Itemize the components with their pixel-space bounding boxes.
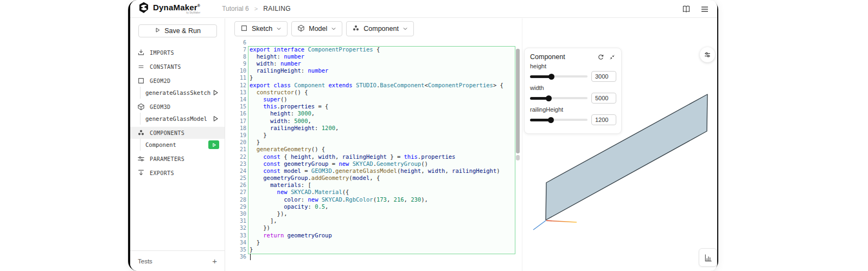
params-card-title: Component <box>530 53 597 61</box>
code-line-20[interactable]: } <box>250 139 515 146</box>
sidebar-item-generateglasssketch[interactable]: generateGlassSketch <box>130 87 225 99</box>
sidebar-item-generateglassmodel[interactable]: generateGlassModel <box>130 113 225 125</box>
editor-scrollbar-segment[interactable] <box>516 155 520 160</box>
sidebar-item-components[interactable]: COMPONENTS <box>130 127 225 139</box>
line-number: 33 <box>226 232 246 239</box>
line-number: 36 <box>226 253 246 260</box>
tests-label: Tests <box>138 258 212 264</box>
code-line-10[interactable]: railingHeight: number <box>250 67 515 74</box>
line-number: 19 <box>226 132 246 139</box>
code-line-24[interactable]: const model = GEOM3D.generateGlassModel(… <box>250 167 515 175</box>
code-line-13[interactable]: constructor() { <box>250 89 515 96</box>
slider-thumb[interactable] <box>546 95 552 101</box>
docs-icon[interactable] <box>681 4 691 14</box>
railingHeight-slider[interactable] <box>530 117 588 123</box>
width-slider[interactable] <box>530 95 588 101</box>
railingHeight-value-input[interactable] <box>591 114 616 125</box>
sidebar-item-geom3d[interactable]: GEOM3D <box>130 101 225 113</box>
components-icon <box>352 24 360 34</box>
code-line-23[interactable]: const geometryGroup = new SKYCAD.Geometr… <box>250 160 515 167</box>
code-line-11[interactable]: } <box>250 74 515 81</box>
line-number: 8 <box>226 53 246 60</box>
slider-thumb[interactable] <box>548 117 554 123</box>
toolbar-model-dropdown[interactable]: Model <box>291 21 342 36</box>
code-line-15[interactable]: this.properties = { <box>250 103 515 110</box>
menu-icon[interactable] <box>700 4 710 14</box>
topbar: DynaMaker® by SkyMaker Tutorial 6 > RAIL… <box>130 0 717 18</box>
toolbar-sketch-dropdown[interactable]: Sketch <box>234 21 288 36</box>
code-line-31[interactable]: ], <box>250 217 515 224</box>
height-value-input[interactable] <box>591 71 616 82</box>
brand-subtitle: by SkyMaker <box>153 12 200 15</box>
line-number: 22 <box>226 153 246 160</box>
slider-thumb[interactable] <box>548 74 554 80</box>
line-number: 23 <box>226 160 246 167</box>
chevron-down-icon <box>403 26 408 31</box>
code-line-33[interactable]: return geometryGroup <box>250 232 515 239</box>
sidebar-item-constants[interactable]: CONSTANTS <box>130 61 225 73</box>
brand-logo-icon <box>138 2 150 16</box>
square-icon <box>137 77 145 85</box>
code-line-12[interactable]: export class Component extends STUDIO.Ba… <box>250 82 515 89</box>
code-line-6[interactable] <box>250 39 515 46</box>
reset-icon[interactable] <box>597 54 604 61</box>
code-line-8[interactable]: height: number <box>250 53 515 60</box>
sidebar-item-label: CONSTANTS <box>150 64 181 70</box>
code-line-21[interactable]: generateGeometry() { <box>250 146 515 153</box>
param-label: height <box>530 63 616 69</box>
editor-scrollbar-thumb[interactable] <box>516 49 520 153</box>
sidebar-item-parameters[interactable]: PARAMETERS <box>130 153 225 165</box>
code-line-27[interactable]: new SKYCAD.Material({ <box>250 189 515 196</box>
code-line-14[interactable]: super() <box>250 96 515 103</box>
line-number: 34 <box>226 239 246 246</box>
code-line-17[interactable]: width: 5000, <box>250 118 515 125</box>
line-number: 20 <box>226 139 246 146</box>
toolbar-component-dropdown[interactable]: Component <box>346 21 414 36</box>
code-line-36[interactable] <box>250 253 515 260</box>
line-number: 31 <box>226 217 246 224</box>
code-line-28[interactable]: color: new SKYCAD.RgbColor(173, 216, 230… <box>250 196 515 203</box>
code-line-32[interactable]: }) <box>250 224 515 231</box>
code-line-25[interactable]: geometryGroup.addGeometry(model, { <box>250 175 515 182</box>
line-number: 35 <box>226 246 246 253</box>
toolbar-button-label: Component <box>363 25 399 33</box>
add-test-button[interactable]: + <box>212 257 217 265</box>
code-line-9[interactable]: width: number <box>250 60 515 67</box>
chart-button[interactable] <box>699 248 717 267</box>
viewport-3d[interactable]: Component heightwidthrailingHeight <box>523 18 717 271</box>
sidebar-item-imports[interactable]: IMPORTS <box>130 47 225 59</box>
line-number: 25 <box>226 175 246 182</box>
code-line-18[interactable]: railingHeight: 1200, <box>250 125 515 132</box>
save-and-run-button[interactable]: Save & Run <box>138 24 217 37</box>
sidebar-item-geom2d[interactable]: GEOM2D <box>130 75 225 87</box>
editor-toolbar: SketchModelComponent <box>226 18 522 40</box>
sidebar-item-exports[interactable]: EXPORTS <box>130 167 225 179</box>
brand-logo[interactable]: DynaMaker® by SkyMaker <box>138 2 200 16</box>
line-number: 26 <box>226 182 246 189</box>
collapse-icon[interactable] <box>609 54 616 61</box>
run-component-button[interactable] <box>208 140 219 149</box>
code-line-35[interactable]: } <box>250 246 515 253</box>
width-value-input[interactable] <box>591 93 616 104</box>
run-function-button[interactable] <box>212 115 219 122</box>
sidebar-item-component[interactable]: Component <box>130 139 225 151</box>
line-number: 13 <box>226 89 246 96</box>
sliders-icon <box>137 155 145 163</box>
code-line-16[interactable]: height: 3000, <box>250 110 515 117</box>
code-line-29[interactable]: opacity: 0.5, <box>250 203 515 210</box>
code-editor[interactable]: 6789101112131415161718192021222324252627… <box>226 39 522 271</box>
code-line-34[interactable]: } <box>250 239 515 246</box>
height-slider[interactable] <box>530 73 588 80</box>
code-line-30[interactable]: }), <box>250 210 515 217</box>
components-icon <box>137 129 145 137</box>
run-function-button[interactable] <box>212 89 219 96</box>
viewport-settings-button[interactable] <box>700 47 715 62</box>
code-line-7[interactable]: export interface ComponentProperties { <box>250 46 515 53</box>
export-icon <box>137 169 145 177</box>
code-line-26[interactable]: materials: [ <box>250 182 515 189</box>
code-line-22[interactable]: const { height, width, railingHeight } =… <box>250 153 515 160</box>
equals-icon <box>137 63 145 71</box>
sidebar-item-label: GEOM2D <box>150 78 171 84</box>
breadcrumb-parent[interactable]: Tutorial 6 <box>222 5 249 12</box>
code-line-19[interactable]: } <box>250 132 515 139</box>
